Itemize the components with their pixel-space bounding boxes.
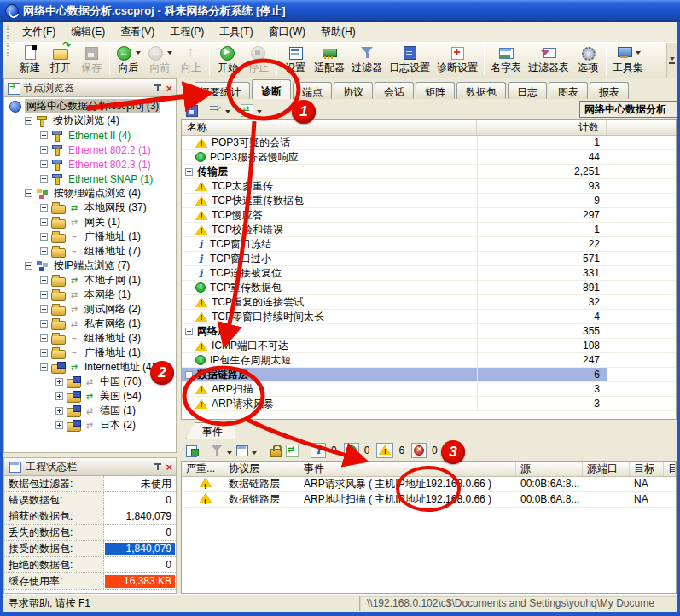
tab-1[interactable]: 诊断 xyxy=(252,79,291,99)
tree-item[interactable]: 网络中心数据分析.cscproj (3) xyxy=(4,99,176,113)
column-header-count[interactable]: 计数 xyxy=(477,120,607,135)
event-column-header-0[interactable]: 严重... xyxy=(182,462,224,476)
menu-item-window-menu[interactable]: 窗口(W) xyxy=(261,22,313,42)
diagnosis-row[interactable]: 传输层2,251 xyxy=(182,165,676,179)
diagnosis-row[interactable]: TCP重复的连接尝试32 xyxy=(182,295,676,310)
diagnosis-row[interactable]: POP3服务器慢响应44 xyxy=(182,150,676,165)
tree-item[interactable]: ⇄本地子网 (1) xyxy=(4,273,176,288)
toolbar-filter-button[interactable]: 过滤器 xyxy=(348,43,386,78)
diagnosis-row[interactable]: iTCP窗口冻结22 xyxy=(182,237,676,252)
event-counter-redx-toggle[interactable] xyxy=(411,443,427,458)
tree-item[interactable]: 按IP端点浏览 (7) xyxy=(4,259,176,273)
event-counter-info-toggle[interactable]: i xyxy=(311,443,326,458)
menu-item-help[interactable]: 帮助(H) xyxy=(313,22,363,42)
expand-icon[interactable] xyxy=(40,131,48,139)
toolbar-options-button[interactable]: 选项 xyxy=(572,43,603,78)
tab-4[interactable]: 会话 xyxy=(375,82,414,99)
tree-item[interactable]: ⇄本地网段 (37) xyxy=(4,200,176,215)
diagnosis-row[interactable]: ARP请求风暴3 xyxy=(182,397,676,411)
event-column-header-6[interactable]: 目 xyxy=(664,462,676,476)
event-column-header-4[interactable]: 源端口 xyxy=(583,462,630,476)
tree-item[interactable]: Ethernet II (4) xyxy=(4,128,176,142)
toolbar-diagset-button[interactable]: 诊断设置 xyxy=(433,43,481,78)
toolbar-start-button[interactable]: 开始 xyxy=(212,43,243,78)
event-row[interactable]: 数据链路层ARP请求风暴 ( 主机IP地址192.168.0.66 )00:0B… xyxy=(182,477,676,492)
event-column-header-2[interactable]: 事件 xyxy=(299,462,516,476)
tab-7[interactable]: 日志 xyxy=(508,82,547,99)
toolbar-log-button[interactable]: 日志设置 xyxy=(386,43,433,78)
close-icon[interactable]: × xyxy=(166,84,172,93)
menu-item-tools[interactable]: 工具(T) xyxy=(212,22,260,42)
expand-icon[interactable] xyxy=(40,175,48,183)
toolbar-nametable-button[interactable]: 名字表 xyxy=(487,43,525,78)
collapse-icon[interactable] xyxy=(185,328,193,335)
tab-2[interactable]: 端点 xyxy=(293,82,332,99)
event-counter-warn-toggle[interactable] xyxy=(376,443,393,458)
toolbar-open-button[interactable]: 打开 xyxy=(45,43,76,78)
collapse-icon[interactable] xyxy=(25,189,32,197)
eventbar-funnel2-button[interactable] xyxy=(210,443,232,458)
expand-icon[interactable] xyxy=(40,349,48,357)
expand-icon[interactable] xyxy=(40,204,48,212)
toolbar-filtertable-button[interactable]: 过滤器表 xyxy=(525,43,572,78)
diagnosis-row[interactable]: 网络层355 xyxy=(182,324,676,339)
event-column-header-1[interactable]: 协议层 xyxy=(224,462,299,476)
expand-icon[interactable] xyxy=(40,160,48,168)
tree-item[interactable]: ⇄网关 (1) xyxy=(4,215,176,230)
diagnosis-row[interactable]: TCP零窗口持续时间太长4 xyxy=(182,310,676,324)
expand-icon[interactable] xyxy=(40,218,48,226)
collapse-icon[interactable] xyxy=(185,168,193,176)
toolbar-toolset-button[interactable]: 工具集 xyxy=(609,43,647,78)
tree-item[interactable]: –组播地址 (7) xyxy=(4,244,176,259)
tree-item[interactable]: ⇄本网络 (1) xyxy=(4,288,176,302)
expand-icon[interactable] xyxy=(40,291,48,299)
diagnosis-row[interactable]: TCP校验和错误1 xyxy=(182,223,676,237)
diagnosis-row[interactable]: TCP重传数据包891 xyxy=(182,281,676,295)
close-icon[interactable]: × xyxy=(166,462,172,472)
event-column-header-3[interactable]: 源 xyxy=(516,462,583,476)
pin-icon[interactable] xyxy=(153,462,162,472)
menu-item-file[interactable]: 文件(F) xyxy=(15,22,63,42)
tree-item[interactable]: –广播地址 (1) xyxy=(4,230,176,244)
event-counter-green-toggle[interactable] xyxy=(344,443,359,458)
expand-icon[interactable] xyxy=(40,305,48,313)
diagnosis-row[interactable]: POP3可疑的会话1 xyxy=(182,136,676,150)
eventbar-lock-button[interactable] xyxy=(268,443,282,458)
menu-item-edit[interactable]: 编辑(E) xyxy=(63,22,113,42)
tree-item[interactable]: –广播地址 (1) xyxy=(4,346,176,360)
expand-icon[interactable] xyxy=(40,320,48,328)
tab-events[interactable]: 事件 xyxy=(186,422,235,439)
event-column-header-5[interactable]: 目标 xyxy=(630,462,664,476)
pin-icon[interactable] xyxy=(153,84,162,93)
expand-icon[interactable] xyxy=(40,233,48,241)
tab-3[interactable]: 协议 xyxy=(334,82,373,99)
diagbar-disk-button[interactable] xyxy=(184,102,199,117)
diagnosis-row[interactable]: TCP慢应答297 xyxy=(182,208,676,223)
diagnosis-row[interactable]: TCP太多重传93 xyxy=(182,179,676,194)
diagnosis-row[interactable]: iTCP连接被复位331 xyxy=(182,266,676,281)
diagnosis-row[interactable]: TCP快速重传数据包9 xyxy=(182,194,676,208)
expand-icon[interactable] xyxy=(40,247,48,255)
diagnosis-row[interactable]: ARP扫描3 xyxy=(182,382,676,397)
toolbar-new-button[interactable]: 新建 xyxy=(15,43,45,78)
expand-icon[interactable] xyxy=(40,334,48,342)
diagnosis-row[interactable]: ICMP端口不可达108 xyxy=(182,339,676,353)
menu-item-project[interactable]: 工程(P) xyxy=(162,22,212,42)
tree-item[interactable]: Ethernet 802.3 (1) xyxy=(4,157,176,171)
toolbar-overflow-button[interactable] xyxy=(666,43,677,78)
scope-selector[interactable]: 网络中心数据分析 xyxy=(579,101,677,118)
toolbar-settings-button[interactable]: 设置 xyxy=(280,43,311,78)
expand-icon[interactable] xyxy=(55,392,63,400)
tab-0[interactable]: 概要统计 xyxy=(185,82,250,99)
collapse-icon[interactable] xyxy=(25,262,32,270)
collapse-icon[interactable] xyxy=(25,117,32,125)
tab-8[interactable]: 图表 xyxy=(549,82,588,99)
eventbar-columns-button[interactable] xyxy=(235,443,257,458)
tree-item[interactable]: 按物理端点浏览 (4) xyxy=(4,186,176,200)
diagnosis-row[interactable]: IP包生存周期太短247 xyxy=(182,353,676,368)
tab-5[interactable]: 矩阵 xyxy=(416,82,455,99)
tab-9[interactable]: 报表 xyxy=(590,82,629,99)
tree-item[interactable]: 按协议浏览 (4) xyxy=(4,113,176,128)
tree-item[interactable]: ⇄私有网络 (1) xyxy=(4,317,176,331)
toolbar-back-button[interactable]: 向后 xyxy=(113,43,144,78)
